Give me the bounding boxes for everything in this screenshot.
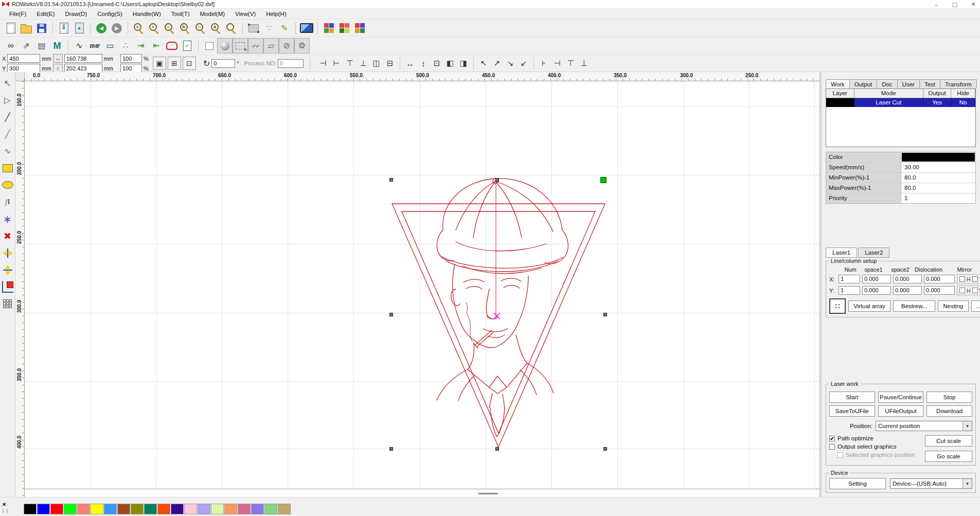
size-grid-icon[interactable]: ⊞ <box>168 57 181 70</box>
menu-item-help[interactable]: Help(H) <box>261 10 292 18</box>
node-track-icon[interactable]: ∵ <box>261 21 277 36</box>
output-list-icon[interactable]: ✓ <box>180 38 195 54</box>
array-direction-icon[interactable]: ∷ <box>829 298 846 314</box>
simulate-icon-2[interactable] <box>336 21 352 36</box>
same-height-icon[interactable]: ↕ <box>417 57 430 69</box>
offset-tool[interactable] <box>1 280 15 294</box>
width-input[interactable]: 160.738 <box>64 54 102 63</box>
property-row[interactable]: Speed(mm/s)30.00 <box>826 163 975 173</box>
stop-button[interactable]: Stop <box>926 392 972 403</box>
device-setting-button[interactable]: Setting <box>829 478 886 489</box>
menu-item-view[interactable]: View(V) <box>230 10 261 18</box>
align-node-in-icon[interactable]: ⇥ <box>133 38 149 54</box>
tab-transform[interactable]: Transform <box>940 79 977 88</box>
close-button[interactable]: ✕ <box>970 1 977 8</box>
active-selection-handle[interactable] <box>600 177 607 183</box>
y-dislocation-input[interactable]: 0.000 <box>924 286 955 295</box>
x-space2-input[interactable]: 0.000 <box>893 275 922 283</box>
pen-edit-icon[interactable]: ✎ <box>277 21 292 36</box>
move-bottom-right-icon[interactable]: ↘ <box>504 57 517 69</box>
palette-color-19[interactable] <box>278 504 291 514</box>
property-row[interactable]: MinPower(%)-180.0 <box>826 173 975 183</box>
layer-output[interactable]: Yes <box>923 98 952 107</box>
mirror-v-checkbox[interactable] <box>972 288 978 293</box>
tab-output[interactable]: Output <box>849 79 878 88</box>
move-bottom-left-icon[interactable]: ↙ <box>517 57 530 69</box>
plain-checkbox-icon[interactable] <box>202 38 217 54</box>
move-top-left-icon[interactable]: ↖ <box>477 57 490 69</box>
point-tool[interactable]: ∗ <box>1 212 15 226</box>
selection-handle[interactable] <box>495 447 499 451</box>
align-top-icon[interactable]: ⊤ <box>343 57 357 69</box>
mirror-vertical-tool[interactable] <box>1 263 15 277</box>
x-dislocation-input[interactable]: 0.000 <box>924 275 955 283</box>
menu-item-draw[interactable]: Draw(D) <box>60 10 92 18</box>
start-button[interactable]: Start <box>829 392 875 403</box>
palette-color-5[interactable] <box>91 504 103 514</box>
dropdown-arrow-icon[interactable]: ▼ <box>963 421 972 431</box>
menu-item-edit[interactable]: Edit(E) <box>31 10 60 18</box>
path-optimize-checkbox[interactable]: ✔ <box>829 436 835 441</box>
palette-color-2[interactable] <box>50 504 63 514</box>
zoom-page-icon[interactable]: D <box>177 21 193 36</box>
zoom-select-icon[interactable] <box>224 21 239 36</box>
ellipse-tool[interactable] <box>1 178 15 192</box>
height-input[interactable]: 202.423 <box>64 64 102 73</box>
nesting-button[interactable]: Nesting <box>938 300 968 312</box>
zoom-all-icon[interactable]: A <box>208 21 224 36</box>
position-select[interactable]: Current position ▼ <box>876 421 972 431</box>
menu-item-config[interactable]: Config(S) <box>92 10 128 18</box>
x-num-input[interactable]: 1 <box>839 275 860 283</box>
distribute-vertical-icon[interactable]: ◨ <box>457 57 470 69</box>
palette-color-13[interactable] <box>198 504 210 514</box>
menu-item-file[interactable]: File(F) <box>4 10 31 18</box>
y-space2-input[interactable]: 0.000 <box>893 286 922 295</box>
palette-color-4[interactable] <box>77 504 90 514</box>
open-file-icon[interactable] <box>19 21 34 36</box>
savetoufile-button[interactable]: SaveToUFile <box>829 405 875 417</box>
palette-close-icon[interactable]: ✕ <box>2 502 6 507</box>
mirror-h-checkbox[interactable] <box>959 288 965 293</box>
minimize-button[interactable]: – <box>933 2 940 8</box>
same-width-icon[interactable]: ↔ <box>403 57 417 69</box>
ruler-doc-icon[interactable]: ▤ <box>34 38 49 54</box>
array-tool[interactable] <box>1 297 15 311</box>
import-icon[interactable]: ⇓ <box>56 21 72 36</box>
palette-color-3[interactable] <box>64 504 77 514</box>
palette-color-9[interactable] <box>144 504 157 514</box>
palette-color-6[interactable] <box>104 504 117 514</box>
text-tool[interactable]: fI <box>1 195 15 209</box>
y-position-input[interactable]: 300 <box>7 64 40 73</box>
palette-color-18[interactable] <box>264 504 277 514</box>
select-tool[interactable]: ↖ <box>1 76 15 90</box>
dropdown-arrow-icon[interactable]: ▼ <box>963 479 972 488</box>
go-scale-button[interactable]: Go scale <box>925 451 972 462</box>
palette-grip[interactable] <box>3 509 8 513</box>
tab-laser2[interactable]: Laser2 <box>858 247 889 258</box>
align-left-icon[interactable]: ⊣ <box>316 57 330 69</box>
mirror-h-checkbox[interactable] <box>959 276 965 282</box>
delete-tool[interactable]: ✖ <box>1 229 15 243</box>
rotate-angle-input[interactable]: 0 <box>211 59 235 68</box>
tab-test[interactable]: Test <box>919 79 940 88</box>
rectangle-check-icon[interactable]: ▭ <box>102 38 118 54</box>
cut-scale-button[interactable]: Cut scale <box>925 435 972 447</box>
y-num-input[interactable]: 1 <box>839 286 860 295</box>
simulate-icon-1[interactable] <box>321 21 336 36</box>
align-right-icon[interactable]: ⊢ <box>330 57 343 69</box>
simulate-icon-3[interactable] <box>352 21 367 36</box>
new-file-icon[interactable] <box>3 21 19 36</box>
y-space1-input[interactable]: 0.000 <box>862 286 891 295</box>
polyline-tool[interactable]: ╱ <box>1 127 15 141</box>
space-bottom-icon[interactable]: ⊥ <box>577 57 591 69</box>
palette-color-11[interactable] <box>171 504 184 514</box>
same-size-icon[interactable]: ⊡ <box>430 57 443 69</box>
zoom-pan-icon[interactable]: ⊹ <box>131 21 147 36</box>
zoom-out-icon[interactable]: − <box>162 21 177 36</box>
download-button[interactable]: Download <box>926 405 972 417</box>
more-button[interactable]: ... <box>971 300 980 312</box>
palette-color-0[interactable] <box>24 504 37 514</box>
export-image-icon[interactable]: ▲ <box>72 21 87 36</box>
mirror-v-checkbox[interactable] <box>972 276 978 282</box>
tab-user[interactable]: User <box>897 79 920 88</box>
